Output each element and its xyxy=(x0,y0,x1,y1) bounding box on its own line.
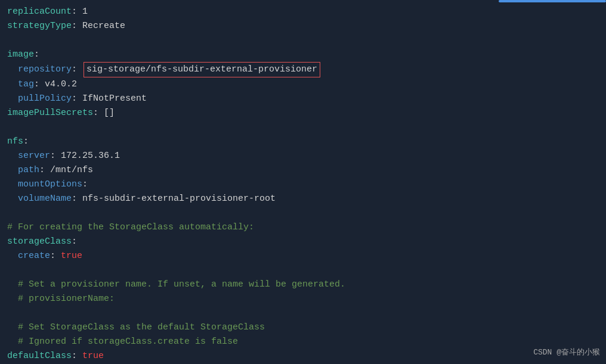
code-line: imagePullSecrets: [] xyxy=(7,106,599,120)
code-key: pullPolicy xyxy=(18,92,72,106)
code-line: strategyType: Recreate xyxy=(7,19,599,33)
scrollbar[interactable] xyxy=(499,0,606,2)
code-line: mountOptions: xyxy=(7,178,599,192)
code-line: server: 172.25.36.1 xyxy=(7,149,599,163)
code-key: defaultClass xyxy=(7,349,72,363)
code-val: 172.25.36.1 xyxy=(61,149,120,163)
code-sep: : xyxy=(50,149,61,163)
code-line: tag: v4.0.2 xyxy=(7,77,599,92)
code-line: # provisionerName: xyxy=(7,292,599,306)
code-key: path xyxy=(18,163,39,178)
watermark: CSDN @奋斗的小猴 xyxy=(533,347,600,359)
code-sep: : xyxy=(34,77,45,92)
code-line xyxy=(7,206,599,220)
code-val: IfNotPresent xyxy=(82,92,147,106)
indent xyxy=(7,335,18,349)
code-sep: : xyxy=(72,19,82,33)
code-sep: : xyxy=(23,135,29,149)
code-sep: : xyxy=(82,178,88,192)
code-sep: : xyxy=(72,92,82,106)
code-sep: : xyxy=(34,48,39,62)
code-comment: # Ignored if storageClass.create is fals… xyxy=(18,335,238,349)
code-key: create xyxy=(18,249,50,263)
code-key: image xyxy=(7,48,34,62)
code-val: /mnt/nfs xyxy=(50,163,93,178)
code-line: # Ignored if storageClass.create is fals… xyxy=(7,335,599,349)
code-sep: : xyxy=(39,163,50,178)
code-val: [] xyxy=(104,106,115,120)
code-line: image: xyxy=(7,48,599,62)
code-line: nfs: xyxy=(7,135,599,149)
indent xyxy=(7,63,18,77)
code-key: server xyxy=(18,149,50,163)
code-line xyxy=(7,263,599,278)
code-val: nfs-subdir-external-provisioner-root xyxy=(82,192,276,206)
code-editor: replicaCount: 1 strategyType: Recreate i… xyxy=(0,0,606,364)
code-sep: : xyxy=(72,5,82,19)
code-key: imagePullSecrets xyxy=(7,106,93,120)
indent xyxy=(7,77,18,92)
code-key: mountOptions xyxy=(18,178,82,192)
code-key: strategyType xyxy=(7,19,72,33)
code-line: pullPolicy: IfNotPresent xyxy=(7,92,599,106)
code-line: path: /mnt/nfs xyxy=(7,163,599,178)
code-sep: : xyxy=(72,349,82,363)
code-line: replicaCount: 1 xyxy=(7,5,599,19)
code-key: nfs xyxy=(7,135,23,149)
code-sep: : xyxy=(50,249,61,263)
code-sep: : xyxy=(72,192,82,206)
code-val: v4.0.2 xyxy=(45,77,77,92)
code-sep: : xyxy=(72,235,77,249)
code-key: repository xyxy=(18,63,72,77)
code-line: storageClass: xyxy=(7,235,599,249)
code-comment: # Set StorageClass as the default Storag… xyxy=(18,321,265,335)
indent xyxy=(7,192,18,206)
indent xyxy=(7,249,18,263)
code-line: volumeName: nfs-subdir-external-provisio… xyxy=(7,192,599,206)
code-line: create: true xyxy=(7,249,599,263)
code-key: volumeName xyxy=(18,192,72,206)
code-line xyxy=(7,306,599,321)
indent xyxy=(7,178,18,192)
code-val: 1 xyxy=(82,5,88,19)
code-line xyxy=(7,120,599,135)
code-comment: # Set a provisioner name. If unset, a na… xyxy=(18,278,345,292)
code-key: storageClass xyxy=(7,235,72,249)
indent xyxy=(7,278,18,292)
code-line: defaultClass: true xyxy=(7,349,599,363)
code-comment: # provisionerName: xyxy=(18,292,115,306)
code-comment: # For creating the StorageClass automati… xyxy=(7,220,254,235)
code-line xyxy=(7,33,599,48)
code-key: replicaCount xyxy=(7,5,72,19)
code-val: Recreate xyxy=(82,19,125,33)
highlighted-value: sig-storage/nfs-subdir-external-provisio… xyxy=(84,62,320,77)
code-line: # For creating the StorageClass automati… xyxy=(7,220,599,235)
indent xyxy=(7,92,18,106)
code-sep: : xyxy=(72,63,82,77)
indent xyxy=(7,163,18,178)
code-val: true xyxy=(82,349,104,363)
code-val: true xyxy=(61,249,82,263)
indent xyxy=(7,292,18,306)
indent xyxy=(7,321,18,335)
code-key: tag xyxy=(18,77,34,92)
code-line: # Set a provisioner name. If unset, a na… xyxy=(7,278,599,292)
indent xyxy=(7,149,18,163)
code-line: # Set StorageClass as the default Storag… xyxy=(7,321,599,335)
code-line: repository: sig-storage/nfs-subdir-exter… xyxy=(7,62,599,77)
code-sep: : xyxy=(93,106,104,120)
